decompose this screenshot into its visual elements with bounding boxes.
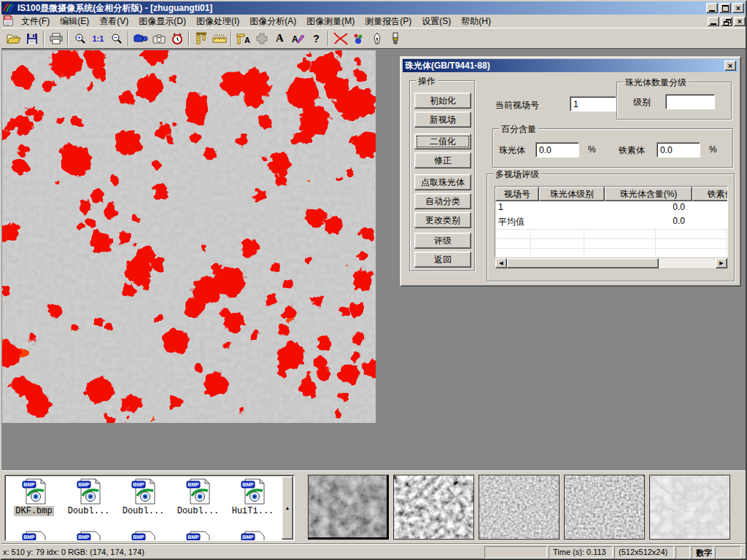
- dialog-close-button[interactable]: ×: [724, 61, 736, 71]
- grade-button[interactable]: 评级: [414, 233, 471, 249]
- save-button[interactable]: [23, 30, 41, 47]
- file-item[interactable]: BMP DKF.bmp: [7, 478, 61, 516]
- init-button[interactable]: 初始化: [414, 93, 471, 109]
- mdi-minimize-button[interactable]: [708, 17, 719, 26]
- phase-dots-button[interactable]: [349, 30, 368, 47]
- close-button[interactable]: ×: [732, 3, 744, 13]
- file-item[interactable]: BMP: [116, 531, 171, 541]
- timer-button[interactable]: [168, 30, 186, 47]
- dialog-close-icon: ×: [728, 61, 732, 70]
- col-pearlite-content[interactable]: 珠光体含量(%): [605, 187, 692, 201]
- pearlite-percent-input[interactable]: [535, 142, 579, 158]
- zoom-out-button[interactable]: [107, 30, 125, 47]
- mdi-close-button[interactable]: ×: [734, 17, 746, 26]
- ruler-button[interactable]: [210, 30, 228, 47]
- bmp-file-icon: BMP: [131, 478, 156, 505]
- binarize-button[interactable]: 二值化: [414, 133, 471, 149]
- auto-classify-button[interactable]: 自动分类: [414, 193, 471, 209]
- correct-button[interactable]: 修正: [414, 152, 471, 168]
- current-field-input[interactable]: [570, 96, 616, 112]
- file-item[interactable]: BMP: [61, 531, 116, 541]
- title-bar: IS100显微摄像系统(金相分析版) - [zhuguangti01] ×: [1, 1, 746, 15]
- svg-text:BMP: BMP: [242, 482, 254, 487]
- file-name[interactable]: DKF.bmp: [14, 506, 53, 516]
- camera-capture-button[interactable]: [150, 30, 168, 47]
- level-input[interactable]: [665, 94, 715, 109]
- brush-button[interactable]: [386, 30, 404, 47]
- ferrite-percent-input[interactable]: [657, 142, 700, 158]
- micrograph-image[interactable]: [2, 50, 376, 423]
- text-button[interactable]: A: [271, 30, 289, 47]
- grain-curve-button[interactable]: [331, 30, 349, 47]
- scroll-right-button[interactable]: ▶: [716, 258, 727, 268]
- menu-file[interactable]: 文件(F): [16, 14, 55, 29]
- col-pearlite-level[interactable]: 珠光体级别: [539, 187, 605, 201]
- toolbar-separator: [188, 31, 190, 47]
- menu-image-processing[interactable]: 图像处理(I): [191, 14, 244, 29]
- minimize-icon: [709, 10, 715, 12]
- merge-button[interactable]: [252, 30, 271, 47]
- percent-group-label: 百分含量: [499, 123, 538, 136]
- file-item[interactable]: BMP Doubl...: [61, 478, 116, 516]
- hscroll-thumb[interactable]: [507, 258, 659, 268]
- workspace: 珠光体(GB/T9441-88) × 操作 初始化 新视场 二值化 修正 点取珠…: [1, 48, 746, 470]
- menu-view[interactable]: 查看(V): [94, 14, 133, 29]
- file-name[interactable]: HuiTi...: [231, 506, 276, 516]
- vscroll-thumb[interactable]: [282, 540, 293, 541]
- sample-thumbnail-3[interactable]: [479, 475, 560, 540]
- table-hscrollbar[interactable]: ◀ ▶: [495, 257, 728, 269]
- sample-thumbnail-4[interactable]: [564, 475, 645, 540]
- sample-thumbnail-1[interactable]: [308, 475, 389, 540]
- measure-label-button[interactable]: A: [234, 30, 252, 47]
- menu-edit[interactable]: 编辑(E): [55, 14, 94, 29]
- print-button[interactable]: [47, 30, 65, 47]
- open-button[interactable]: [4, 30, 23, 47]
- table-row[interactable]: 平均值 0.0: [495, 215, 727, 229]
- open-icon: [7, 33, 21, 44]
- file-name[interactable]: Doubl...: [121, 506, 166, 516]
- new-field-button[interactable]: 新视场: [414, 112, 471, 128]
- menu-image-analysis[interactable]: 图像分析(A): [244, 14, 301, 29]
- mdi-restore-button[interactable]: [721, 17, 732, 26]
- pick-pearlite-button[interactable]: 点取珠光体: [414, 174, 471, 190]
- return-button[interactable]: 返回: [414, 252, 471, 268]
- table-row[interactable]: 1 0.0: [495, 201, 727, 215]
- menu-settings[interactable]: 设置(S): [417, 14, 456, 29]
- actual-size-button[interactable]: 1:1: [89, 30, 107, 47]
- mdi-close-icon: ×: [738, 17, 742, 26]
- sample-thumbnail-2[interactable]: [393, 475, 474, 540]
- maximize-button[interactable]: [719, 3, 731, 13]
- document-icon[interactable]: DOC: [3, 15, 13, 28]
- file-list-vscrollbar[interactable]: ▲ ▼: [282, 476, 293, 540]
- video-capture-button[interactable]: [131, 30, 150, 47]
- plus-icon: [256, 33, 268, 44]
- file-item[interactable]: BMP Doubl...: [171, 478, 225, 516]
- change-class-button[interactable]: 更改类别: [414, 212, 471, 228]
- help-button[interactable]: ?: [307, 30, 325, 47]
- col-field-no[interactable]: 视场号: [495, 187, 539, 201]
- dialog-title-bar[interactable]: 珠光体(GB/T9441-88) ×: [403, 59, 738, 72]
- file-item[interactable]: BMP HuiTi...: [225, 478, 280, 516]
- scroll-up-button[interactable]: ▲: [282, 476, 293, 540]
- annotate-button[interactable]: A: [289, 30, 307, 47]
- minimize-button[interactable]: [706, 3, 718, 13]
- file-name[interactable]: Doubl...: [176, 506, 221, 516]
- multi-field-group: 多视场评级 视场号 珠光体级别 珠光体含量(%) 铁素体含量(%) 1 0.0: [487, 174, 735, 281]
- sample-thumbnail-5[interactable]: [649, 475, 730, 540]
- file-item[interactable]: BMP: [171, 531, 225, 541]
- menu-image-display[interactable]: 图像显示(D): [133, 14, 191, 29]
- file-item[interactable]: BMP Doubl...: [116, 478, 171, 516]
- col-ferrite-content[interactable]: 铁素体含量(%): [692, 187, 727, 201]
- status-panel-empty: [484, 546, 547, 559]
- pen-button[interactable]: [368, 30, 386, 47]
- file-item[interactable]: BMP: [225, 531, 280, 541]
- caliper-button[interactable]: [192, 30, 210, 47]
- scroll-left-button[interactable]: ◀: [495, 258, 507, 268]
- menu-measure-report[interactable]: 测量报告(P): [360, 14, 417, 29]
- menu-image-measure[interactable]: 图像测量(M): [301, 14, 360, 29]
- status-mode: 数字: [692, 546, 713, 559]
- menu-help[interactable]: 帮助(H): [456, 14, 496, 29]
- zoom-in-button[interactable]: [71, 30, 89, 47]
- file-item[interactable]: BMP: [7, 531, 61, 541]
- file-name[interactable]: Doubl...: [66, 506, 112, 516]
